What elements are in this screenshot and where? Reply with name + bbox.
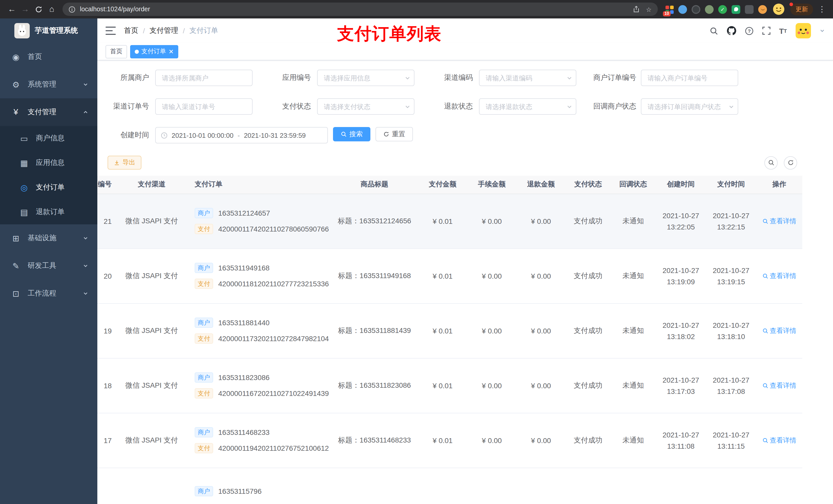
home-icon[interactable]: ⌂ (45, 3, 58, 16)
github-icon[interactable] (727, 26, 736, 35)
close-icon[interactable]: ✕ (169, 48, 174, 54)
sidebar-item-dev-tools[interactable]: ✎ 研发工具 (0, 252, 97, 280)
merchant-order-no-input[interactable] (641, 70, 738, 86)
forward-icon[interactable]: → (19, 3, 32, 16)
update-button[interactable]: 更新 (790, 3, 813, 15)
chevron-down-icon (83, 263, 88, 268)
dashboard-icon: ◉ (10, 52, 22, 62)
channel-order-no-input[interactable] (155, 98, 253, 115)
clock-icon (161, 132, 168, 139)
extension-badge: 10 (663, 11, 671, 16)
product-title-cell: 标题：1635312124656 (331, 194, 418, 248)
sidebar-item-infrastructure[interactable]: ⊞ 基础设施 (0, 224, 97, 252)
filter-pay-status: 支付状态 (269, 98, 421, 115)
sidebar-item-workflow[interactable]: ⊡ 工作流程 (0, 280, 97, 307)
filter-refund-status: 退款状态 (431, 98, 582, 115)
payment-submenu: ▭ 商户信息 ▦ 应用信息 ◎ 支付订单 ▤ 退款订单 (0, 126, 97, 224)
sidebar-item-app-info[interactable]: ▦ 应用信息 (0, 150, 97, 175)
extension-icon[interactable]: 10 (665, 5, 674, 14)
chevron-down-icon (83, 82, 88, 87)
extension-icon[interactable] (732, 5, 740, 14)
refresh-icon (383, 131, 389, 137)
breadcrumb-payment[interactable]: 支付管理 (149, 26, 178, 35)
record-icon: ◎ (19, 183, 30, 192)
hamburger-icon[interactable] (105, 27, 116, 35)
pay-order-no: 4200001174202110278060590766 (218, 225, 329, 233)
help-icon[interactable]: ? (745, 26, 753, 35)
pay-status-cell: 支付成功 (566, 303, 611, 358)
font-size-icon[interactable]: TT (779, 26, 787, 35)
filter-notify-status: 回调商户状态 (593, 98, 744, 115)
chrome-menu-icon[interactable]: ⋮ (816, 5, 828, 14)
profile-avatar[interactable] (773, 4, 784, 15)
extension-icon[interactable] (745, 5, 754, 14)
pay-status-select[interactable] (317, 98, 414, 115)
channel-code-select[interactable] (479, 70, 576, 86)
back-icon[interactable]: ← (5, 3, 19, 16)
sidebar-item-merchant-info[interactable]: ▭ 商户信息 (0, 126, 97, 150)
view-detail-link[interactable]: 查看详情 (762, 271, 796, 281)
extension-icon[interactable] (758, 5, 767, 14)
refresh-button[interactable] (784, 156, 797, 169)
share-icon[interactable] (633, 6, 640, 13)
notify-status-select[interactable] (641, 98, 738, 115)
create-time-cell: 2021-10-2713:22:05 (656, 194, 706, 248)
page-content: 所属商户 应用编号 渠道编码 商户订单编号 (97, 61, 833, 504)
fee-amount-cell: ¥ 0.00 (467, 194, 516, 248)
app-logo[interactable]: 芋道管理系统 (0, 19, 97, 43)
export-button[interactable]: 导出 (108, 156, 141, 170)
sidebar-item-payment[interactable]: ¥ 支付管理 (0, 98, 97, 126)
view-detail-link[interactable]: 查看详情 (762, 326, 796, 335)
search-icon[interactable] (709, 26, 718, 35)
merchant-tag: 商户 (195, 427, 213, 437)
breadcrumb-home[interactable]: 首页 (124, 26, 138, 35)
search-toggle-button[interactable] (764, 156, 778, 169)
view-detail-link[interactable]: 查看详情 (762, 436, 796, 445)
caret-down-icon[interactable] (820, 28, 825, 33)
view-icon (762, 328, 768, 334)
reload-icon[interactable] (32, 3, 45, 16)
pay-amount-cell: ¥ 0.01 (418, 194, 467, 248)
view-detail-link[interactable]: 查看详情 (762, 216, 796, 225)
extension-icon[interactable] (692, 5, 700, 14)
refund-status-select[interactable] (479, 98, 576, 115)
tab-home[interactable]: 首页 (105, 45, 127, 58)
sidebar-item-refund-order[interactable]: ▤ 退款订单 (0, 200, 97, 224)
user-avatar[interactable] (795, 23, 811, 39)
search-icon (768, 159, 774, 166)
fullscreen-icon[interactable] (762, 27, 770, 35)
app-id-select[interactable] (317, 70, 414, 86)
extension-icon[interactable] (678, 5, 687, 14)
view-detail-link[interactable]: 查看详情 (762, 381, 796, 390)
date-start: 2021-10-01 00:00:00 (172, 131, 233, 139)
product-title-cell: 标题：1635311823086 (331, 358, 418, 413)
pay-tag: 支付 (195, 388, 213, 399)
pay-tag: 支付 (195, 224, 213, 234)
extension-icon[interactable] (705, 5, 714, 14)
notify-status-cell: 未通知 (611, 194, 656, 248)
merchant-order-no: 1635311949168 (218, 264, 269, 272)
site-info-icon[interactable] (69, 6, 75, 13)
address-bar[interactable]: localhost:1024/pay/order ☆ (63, 3, 658, 16)
view-icon (762, 382, 768, 388)
sidebar-item-pay-order[interactable]: ◎ 支付订单 (0, 175, 97, 200)
svg-text:?: ? (748, 28, 751, 33)
date-range-picker[interactable]: 2021-10-01 00:00:00 - 2021-10-31 23:59:5… (155, 127, 328, 143)
filter-app-id: 应用编号 (269, 70, 421, 86)
search-button[interactable]: 搜索 (333, 127, 371, 141)
tools-icon: ✎ (10, 261, 22, 271)
pay-channel-cell: 微信 JSAPI 支付 (116, 358, 188, 413)
bookmark-star-icon[interactable]: ☆ (646, 5, 652, 13)
action-cell: 查看详情 (756, 194, 802, 248)
table-row: 17 微信 JSAPI 支付 商户 1635311468233 支付 (97, 413, 802, 467)
table-row: 19 微信 JSAPI 支付 商户 1635311881440 支付 (97, 303, 802, 358)
sidebar-item-home[interactable]: ◉ 首页 (0, 43, 97, 71)
sidebar-item-system[interactable]: ⚙ 系统管理 (0, 71, 97, 98)
reset-button[interactable]: 重置 (376, 127, 413, 141)
filter-merchant: 所属商户 (108, 70, 259, 86)
tab-pay-order[interactable]: 支付订单 ✕ (130, 45, 178, 58)
extension-icon[interactable]: ✓ (718, 5, 727, 14)
notify-status-cell: 未通知 (611, 248, 656, 303)
merchant-input[interactable] (155, 70, 253, 86)
grid-icon: ▦ (19, 158, 30, 168)
